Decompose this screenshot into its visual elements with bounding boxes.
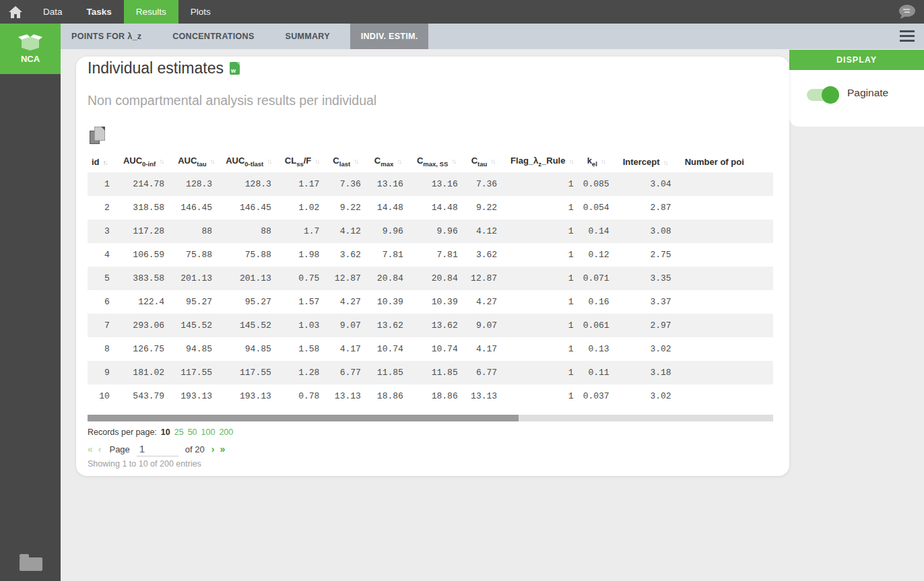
column-header-auc0-tlast[interactable]: AUC0-tlast↑↓: [222, 151, 281, 172]
column-header-kel[interactable]: kel↑↓: [583, 151, 619, 172]
home-button[interactable]: [0, 0, 31, 24]
column-header-auc0-inf[interactable]: AUC0-inf↑↓: [119, 151, 174, 172]
table-cell: 9.07: [467, 314, 506, 337]
column-header-intercept[interactable]: Intercept↑↓: [619, 151, 681, 172]
column-header-number-of-poi[interactable]: Number of poi: [681, 151, 773, 172]
table-cell: [681, 290, 773, 314]
column-header-clast[interactable]: Clast↑↓: [329, 151, 370, 172]
table-row: 5383.58201.13201.130.7512.8720.8420.8412…: [88, 267, 773, 290]
table-row: 10543.79193.13193.130.7813.1318.8618.861…: [88, 384, 773, 408]
column-header-id[interactable]: id↑↓: [88, 151, 119, 172]
table-cell: 3.62: [329, 243, 370, 267]
project-folder-button[interactable]: [20, 554, 42, 570]
table-cell: 145.52: [174, 314, 222, 337]
sort-icon[interactable]: ↑↓: [354, 158, 358, 165]
table-cell: 1.28: [281, 361, 329, 384]
records-option-50[interactable]: 50: [188, 428, 197, 437]
page-label: Page: [109, 444, 129, 454]
sort-icon[interactable]: ↑↓: [267, 158, 271, 165]
table-cell: 9.22: [467, 196, 506, 219]
tab-indiv-estim-[interactable]: INDIV. ESTIM.: [350, 24, 429, 49]
sort-icon[interactable]: ↑↓: [210, 158, 214, 165]
column-header-cmax-ss[interactable]: Cmax, SS↑↓: [413, 151, 467, 172]
column-header-cmax[interactable]: Cmax↑↓: [370, 151, 413, 172]
table-cell: 11.85: [370, 361, 413, 384]
table-cell: 13.62: [370, 314, 413, 337]
paginate-toggle[interactable]: [807, 89, 836, 101]
next-page-button[interactable]: ›: [211, 444, 215, 454]
nav-item-tasks[interactable]: Tasks: [75, 0, 124, 24]
table-cell: 1: [506, 243, 583, 267]
sort-icon[interactable]: ↑↓: [103, 159, 107, 166]
column-header-clss[interactable]: CLss/F↑↓: [281, 151, 329, 172]
sort-icon[interactable]: ↑↓: [601, 158, 605, 165]
records-per-page: Records per page:102550100200: [88, 428, 233, 437]
last-page-button[interactable]: »: [220, 444, 225, 454]
table-cell: 293.06: [119, 314, 174, 337]
results-table-container: id↑↓AUC0-inf↑↓AUCtau↑↓AUC0-tlast↑↓CLss/F…: [88, 151, 773, 408]
table-row: 3117.2888881.74.129.969.964.1210.143.08: [88, 219, 773, 243]
sort-icon[interactable]: ↑↓: [315, 158, 319, 165]
tab-summary[interactable]: SUMMARY: [275, 24, 341, 49]
page-number-input[interactable]: [137, 442, 178, 456]
column-header-flag-λz[interactable]: Flag_λz_Rule↑↓: [506, 151, 583, 172]
table-cell: 126.75: [119, 337, 174, 361]
page-count-label: of 20: [185, 444, 205, 454]
table-cell: 6.77: [467, 361, 506, 384]
chat-button[interactable]: [897, 3, 917, 21]
table-cell: 5: [88, 267, 119, 290]
column-header-auctau[interactable]: AUCtau↑↓: [174, 151, 222, 172]
sort-icon[interactable]: ↑↓: [568, 158, 572, 165]
first-page-button[interactable]: «: [88, 444, 93, 454]
sort-icon[interactable]: ↑↓: [490, 158, 494, 165]
table-cell: 193.13: [174, 384, 222, 408]
sort-icon[interactable]: ↑↓: [397, 158, 401, 165]
table-cell: 6: [88, 290, 119, 314]
table-cell: 7.36: [329, 172, 370, 196]
prev-page-button[interactable]: ‹: [98, 444, 102, 454]
table-cell: 4.17: [329, 337, 370, 361]
table-cell: [681, 384, 773, 408]
nav-item-data[interactable]: Data: [31, 0, 75, 24]
table-cell: 1: [506, 337, 583, 361]
individual-estimates-table: id↑↓AUC0-inf↑↓AUCtau↑↓AUC0-tlast↑↓CLss/F…: [88, 151, 773, 408]
word-export-icon[interactable]: w: [230, 62, 240, 75]
tab-concentrations[interactable]: CONCENTRATIONS: [162, 24, 265, 49]
table-cell: 20.84: [370, 267, 413, 290]
table-cell: 13.13: [467, 384, 506, 408]
table-cell: 0.054: [583, 196, 619, 219]
horizontal-scrollbar: [88, 415, 773, 421]
tab-points-for-λ_z[interactable]: POINTS FOR λ_z: [61, 24, 152, 49]
sort-icon[interactable]: ↑↓: [663, 159, 667, 166]
nav-item-plots[interactable]: Plots: [178, 0, 223, 24]
table-cell: 14.48: [370, 196, 413, 219]
records-option-100[interactable]: 100: [201, 428, 216, 437]
records-option-10[interactable]: 10: [161, 428, 170, 437]
table-row: 9181.02117.55117.551.286.7711.8511.856.7…: [88, 361, 773, 384]
table-cell: 3.08: [619, 219, 681, 243]
table-cell: 3.02: [619, 384, 681, 408]
table-cell: 214.78: [119, 172, 174, 196]
records-option-25[interactable]: 25: [174, 428, 184, 437]
scrollbar-thumb[interactable]: [88, 415, 519, 421]
table-cell: 3: [88, 219, 119, 243]
table-cell: 7: [88, 314, 119, 337]
results-sub-tabs: POINTS FOR λ_zCONCENTRATIONSSUMMARYINDIV…: [61, 24, 924, 49]
menu-button[interactable]: [900, 30, 915, 42]
nav-item-results[interactable]: Results: [124, 0, 178, 24]
table-cell: 9.07: [329, 314, 370, 337]
table-cell: 193.13: [222, 384, 281, 408]
column-header-ctau[interactable]: Ctau↑↓: [467, 151, 506, 172]
sort-icon[interactable]: ↑↓: [159, 158, 163, 165]
table-cell: 94.85: [222, 337, 281, 361]
toggle-knob-icon: [822, 86, 839, 104]
table-cell: 7.81: [370, 243, 413, 267]
table-cell: 0.12: [583, 243, 619, 267]
sidebar-item-nca[interactable]: NCA: [0, 24, 61, 74]
sort-icon[interactable]: ↑↓: [451, 158, 455, 165]
copy-table-button[interactable]: [90, 127, 107, 145]
table-cell: 0.037: [583, 384, 619, 408]
table-cell: 4.12: [329, 219, 370, 243]
table-cell: 4.27: [467, 290, 506, 314]
records-option-200[interactable]: 200: [219, 428, 233, 437]
